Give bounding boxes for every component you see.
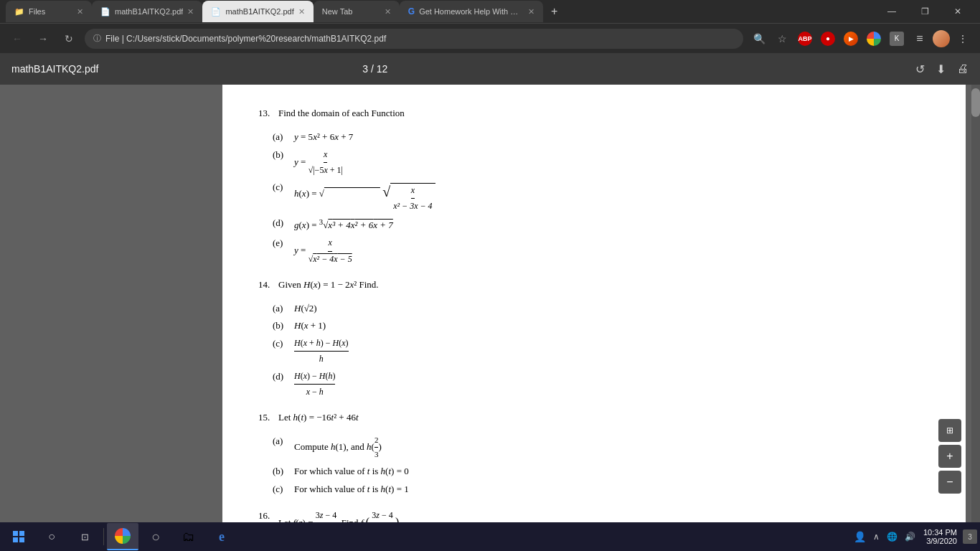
problem-13-text: Find the domain of each Function <box>278 106 930 121</box>
ext-abp-icon[interactable]: ABP <box>795 29 815 49</box>
ext-chrome-icon[interactable] <box>864 29 884 49</box>
problem-13d-label: (d) <box>273 216 294 231</box>
title-bar: 📁 Files ✕ 📄 mathB1AITKQ2.pdf ✕ 📄 mathB1A… <box>0 0 980 23</box>
chevron-up-icon[interactable]: ∧ <box>871 532 882 542</box>
network-icon[interactable]: 🌐 <box>885 532 900 542</box>
problem-13a-label: (a) <box>273 130 294 145</box>
taskbar-separator-1 <box>103 528 104 545</box>
problem-13e: (e) y = x √x² − 4x − 5 <box>273 236 930 265</box>
tab-files-label: Files <box>29 7 72 16</box>
ext-video-icon[interactable]: ▶ <box>841 29 861 49</box>
taskbar-chrome-icon[interactable] <box>107 523 138 550</box>
tab-pdf2[interactable]: 📄 mathB1AITKQ2.pdf ✕ <box>202 1 313 22</box>
problem-14c-label: (c) <box>273 336 294 352</box>
problem-14d: (d) H(x) − H(h) x − h <box>273 369 930 399</box>
notification-button[interactable]: 3 <box>963 529 977 544</box>
ext-gray1-icon[interactable]: K <box>887 29 907 49</box>
problem-14b-text: H(x + 1) <box>294 319 326 334</box>
forward-button[interactable]: → <box>33 29 53 49</box>
problem-14-header: 14. Given H(x) = 1 − 2x² Find. <box>258 278 930 293</box>
problem-13a-text: y = 5x² + 6x + 7 <box>294 130 353 145</box>
back-button[interactable]: ← <box>7 29 27 49</box>
gray1-badge: K <box>890 32 904 46</box>
new-tab-button[interactable]: + <box>543 1 566 22</box>
tab-newtab[interactable]: New Tab ✕ <box>314 1 400 22</box>
svg-rect-2 <box>13 537 18 542</box>
zoom-in-button[interactable]: + <box>938 445 961 468</box>
taskbar-folder-icon[interactable]: 🗂 <box>173 523 204 550</box>
taskbar-search-button[interactable]: ○ <box>36 523 67 550</box>
abp-badge: ABP <box>798 32 812 46</box>
clock[interactable]: 10:34 PM 3/9/2020 <box>920 528 960 545</box>
tab-homework-close[interactable]: ✕ <box>528 7 534 17</box>
window-controls: — ❐ ✕ <box>875 0 974 23</box>
tab-pdf1-icon: 📄 <box>100 7 110 17</box>
problem-15c: (c) For which value of t is h(t) = 1 <box>273 482 930 497</box>
scrollbar[interactable] <box>971 85 980 551</box>
problem-13b-text: y = x √|−5x + 1| <box>294 148 343 177</box>
zoom-out-button[interactable]: − <box>938 471 961 494</box>
problem-14c: (c) H(x + h) − H(x) h <box>273 336 930 366</box>
tab-pdf1-close[interactable]: ✕ <box>187 7 194 17</box>
task-view-button[interactable]: ⊡ <box>69 523 100 550</box>
tab-homework-icon: G <box>408 6 415 17</box>
problem-14a-label: (a) <box>273 301 294 316</box>
content-area: 13. Find the domain of each Function (a)… <box>0 85 980 551</box>
problem-13c-text: h(x) = √ √ x x² − 3x − 4 <box>294 180 435 213</box>
problem-15: 15. Let h(t) = −16t² + 46t (a) Compute h… <box>258 410 930 497</box>
close-button[interactable]: ✕ <box>941 0 974 23</box>
problem-15b-label: (b) <box>273 464 294 479</box>
time-display: 10:34 PM <box>923 528 957 537</box>
tab-pdf2-close[interactable]: ✕ <box>298 7 305 17</box>
menu-icon[interactable]: ≡ <box>910 29 930 49</box>
pdf-sidebar-left <box>0 85 222 551</box>
problem-15b-text: For which value of t is h(t) = 0 <box>294 464 409 479</box>
problem-13e-label: (e) <box>273 236 294 251</box>
more-icon[interactable]: ⋮ <box>953 29 973 49</box>
tab-pdf1-label: mathB1AITKQ2.pdf <box>115 7 183 16</box>
scrollbar-thumb[interactable] <box>971 88 980 117</box>
people-icon[interactable]: 👤 <box>852 531 868 542</box>
problem-14: 14. Given H(x) = 1 − 2x² Find. (a) H(√2)… <box>258 278 930 399</box>
pdf-download-icon[interactable]: ⬇ <box>936 62 946 76</box>
tab-homework-label: Get Homework Help With Che <box>419 7 524 16</box>
taskbar-cortana-icon[interactable]: ○ <box>140 523 171 550</box>
tab-files-close[interactable]: ✕ <box>77 7 83 17</box>
tab-files[interactable]: 📁 Files ✕ <box>6 1 92 22</box>
start-button[interactable] <box>3 523 34 550</box>
problem-13c-label: (c) <box>273 180 294 195</box>
volume-icon[interactable]: 🔊 <box>903 532 918 542</box>
problem-13d-text: g(x) = 3√x³ + 4x² + 6x + 7 <box>294 216 393 233</box>
maximize-button[interactable]: ❐ <box>908 0 941 23</box>
bookmark-icon[interactable]: ☆ <box>772 29 792 49</box>
search-icon[interactable]: 🔍 <box>749 29 769 49</box>
problem-14-number: 14. <box>258 278 278 293</box>
taskbar-edge-icon[interactable]: e <box>206 523 237 550</box>
pdf-print-icon[interactable]: 🖨 <box>957 62 969 76</box>
zoom-controls: ⊞ + − <box>938 419 961 494</box>
problem-13-number: 13. <box>258 106 278 121</box>
problem-15a-label: (a) <box>273 434 294 449</box>
url-bar[interactable]: ⓘ File | C:/Users/stick/Documents/polyme… <box>85 29 743 49</box>
refresh-button[interactable]: ↻ <box>59 29 79 49</box>
problem-14d-label: (d) <box>273 369 294 385</box>
problem-14c-text: H(x + h) − H(x) h <box>294 336 349 366</box>
minimize-button[interactable]: — <box>875 0 908 23</box>
date-display: 3/9/2020 <box>926 537 957 545</box>
user-avatar[interactable] <box>933 30 950 47</box>
tab-newtab-close[interactable]: ✕ <box>385 7 391 17</box>
svg-rect-3 <box>19 537 24 542</box>
zoom-fit-button[interactable]: ⊞ <box>938 419 961 442</box>
problem-15c-label: (c) <box>273 482 294 497</box>
problem-14-text: Given H(x) = 1 − 2x² Find. <box>278 278 930 293</box>
problem-13-header: 13. Find the domain of each Function <box>258 106 930 121</box>
ext-red-icon[interactable]: ● <box>818 29 838 49</box>
pdf-rotate-icon[interactable]: ↺ <box>915 62 925 76</box>
problem-13c: (c) h(x) = √ √ x x² − 3x − 4 <box>273 180 930 213</box>
problem-14b: (b) H(x + 1) <box>273 319 930 334</box>
tab-pdf1[interactable]: 📄 mathB1AITKQ2.pdf ✕ <box>92 1 202 22</box>
tab-newtab-label: New Tab <box>322 7 380 16</box>
tab-homework[interactable]: G Get Homework Help With Che ✕ <box>400 1 543 22</box>
problem-13b-label: (b) <box>273 148 294 163</box>
video-badge: ▶ <box>844 32 858 46</box>
